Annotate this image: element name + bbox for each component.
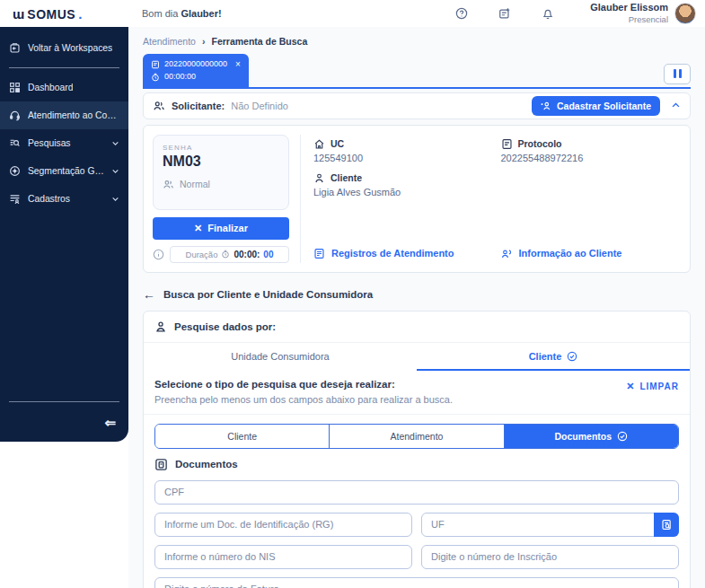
duration-label: Duração [186, 250, 218, 259]
info-icon[interactable] [153, 249, 164, 260]
logo-dot: . [78, 6, 82, 22]
sidebar-item-voltar-workspaces[interactable]: Voltar à Workspaces [0, 34, 128, 62]
protocolo-value: 202255488972216 [501, 153, 680, 163]
person-list-icon [9, 193, 21, 205]
breadcrumb-separator: › [202, 36, 206, 47]
cpf-input[interactable] [154, 480, 679, 505]
pause-button[interactable] [664, 64, 691, 84]
logo-text: SOMUS [27, 7, 75, 22]
clock-icon [151, 73, 160, 82]
sidebar-divider [9, 401, 119, 402]
user-status: Presencial [590, 14, 668, 25]
avatar[interactable] [674, 3, 696, 24]
chevron-up-icon[interactable] [671, 101, 681, 110]
uc-value: 125549100 [313, 153, 492, 163]
pause-icon [679, 69, 682, 78]
vertical-divider [300, 135, 301, 263]
session-number: 20220000000000 [164, 58, 227, 71]
workspaces-icon [9, 42, 21, 54]
user-name: Glauber Elissom [590, 2, 668, 14]
cadastrar-solicitante-button[interactable]: Cadastrar Solicitante [532, 96, 660, 116]
sidebar-item-label: Atendimento ao Consumidor [28, 110, 119, 120]
informacao-cliente-link[interactable]: Informação ao Cliente [501, 248, 680, 259]
search-type-group: Cliente Atendimento Documentos [154, 424, 679, 449]
back-arrow-icon[interactable]: ← [143, 287, 155, 302]
fatura-input[interactable] [154, 577, 679, 588]
greeting: Bom dia Glauber! [142, 8, 222, 19]
session-tab-underline [143, 87, 691, 89]
uf-lookup-button[interactable] [654, 513, 679, 537]
breadcrumb-current: Ferramenta de Busca [211, 36, 307, 47]
nis-input[interactable] [154, 545, 412, 569]
sidebar-item-cadastros[interactable]: Cadastros [0, 185, 128, 213]
search-panel-title: Pesquise dados por: [174, 321, 276, 332]
sidebar-item-label: Segmentação Geográfica [28, 166, 104, 176]
ticket-card: SENHA NM03 Normal ✕ Finalizar Duração [143, 125, 691, 273]
top-bar: ɯ SOMUS . Bom dia Glauber! Glauber Eliss… [0, 0, 705, 27]
logo-mark-icon: ɯ [13, 6, 24, 22]
cliente-field: Cliente Ligia Alves Gusmão [313, 172, 492, 197]
session-timer: 00:00:00 [164, 71, 196, 83]
uc-field: UC 125549100 [313, 138, 492, 163]
sidebar-item-pesquisas[interactable]: Pesquisas [0, 129, 128, 157]
check-circle-icon [567, 351, 577, 362]
doc-search-icon [661, 519, 673, 531]
user-menu[interactable]: Glauber Elissom Presencial [590, 2, 696, 25]
sidebar-divider [9, 67, 119, 68]
bell-icon[interactable] [542, 7, 554, 20]
search-list-icon [9, 137, 21, 149]
documents-icon [154, 458, 168, 471]
select-type-hint: Preencha pelo menos um dos campos abaixo… [154, 394, 453, 405]
sidebar-item-label: Voltar à Workspaces [28, 43, 112, 53]
new-note-icon[interactable] [498, 7, 511, 20]
limpar-button[interactable]: ✕ LIMPAR [626, 379, 679, 392]
chevron-down-icon [111, 195, 119, 203]
inscricao-input[interactable] [421, 545, 679, 569]
search-card: Pesquise dados por: Unidade Consumidora … [143, 311, 691, 588]
sidebar-item-dashboard[interactable]: Dashboard [0, 74, 128, 101]
chevron-down-icon [111, 167, 119, 175]
person-icon [313, 172, 325, 184]
brand-logo: ɯ SOMUS . [13, 6, 129, 22]
senha-box: SENHA NM03 Normal [153, 135, 289, 210]
solicitante-bar: Solicitante: Não Definido Cadastrar Soli… [143, 92, 691, 119]
chevron-down-icon [111, 139, 119, 147]
share-info-icon [501, 248, 513, 259]
clear-x-icon: ✕ [626, 381, 635, 392]
sidebar-item-atendimento[interactable]: Atendimento ao Consumidor [0, 101, 128, 129]
home-icon [313, 138, 325, 150]
documents-section-title: Documentos [175, 459, 238, 470]
breadcrumb-atendimento[interactable]: Atendimento [143, 36, 196, 47]
sidebar-collapse-icon[interactable]: ⇐ [104, 415, 116, 431]
headset-icon [9, 110, 21, 121]
seg-documentos[interactable]: Documentos [504, 425, 678, 448]
people-icon [163, 179, 174, 190]
protocol-doc-icon [151, 60, 160, 69]
person-plus-icon [541, 101, 551, 111]
close-icon[interactable]: × [235, 57, 241, 71]
rg-input[interactable] [154, 513, 412, 537]
search-tabs: Unidade Consumidora Cliente [144, 343, 690, 371]
seg-cliente[interactable]: Cliente [155, 425, 329, 448]
help-icon[interactable] [455, 7, 468, 20]
uf-input[interactable] [421, 513, 679, 537]
registros-atendimento-link[interactable]: Registros de Atendimento [313, 248, 492, 259]
session-tab[interactable]: 20220000000000 × 00:00:00 [143, 54, 249, 87]
sidebar-item-label: Cadastros [28, 194, 70, 204]
duration-box: Duração 00:00:00 [170, 246, 289, 263]
tab-unidade-consumidora[interactable]: Unidade Consumidora [144, 343, 417, 371]
tab-cliente[interactable]: Cliente [417, 343, 690, 371]
sidebar-item-segmentacao[interactable]: Segmentação Geográfica [0, 157, 128, 185]
finalizar-button[interactable]: ✕ Finalizar [153, 217, 289, 240]
person-icon [154, 320, 167, 333]
close-x-icon: ✕ [194, 223, 202, 234]
sidebar: Voltar à Workspaces Dashboard Atendiment… [0, 27, 128, 442]
seg-atendimento[interactable]: Atendimento [329, 425, 503, 448]
cliente-value: Ligia Alves Gusmão [313, 187, 492, 197]
records-doc-icon [313, 248, 325, 259]
pause-icon [674, 69, 676, 78]
page-title: Busca por Cliente e Unidade Consumidora [163, 289, 373, 300]
geo-compass-icon [9, 165, 21, 177]
main-content: Atendimento › Ferramenta de Busca 202200… [128, 27, 705, 588]
solicitante-label: Solicitante: [172, 101, 225, 111]
